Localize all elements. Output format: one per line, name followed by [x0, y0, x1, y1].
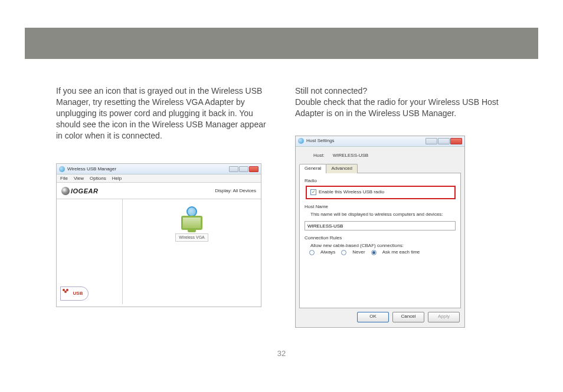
rules-group-title: Connection Rules	[305, 235, 456, 242]
hostname-group: Host Name This name will be displayed to…	[305, 204, 456, 231]
host-settings-screenshot: Host Settings Host: WIRELESS-USB General…	[295, 136, 465, 328]
radio-never[interactable]	[341, 250, 346, 255]
iogear-logo: IOGEAR	[61, 187, 98, 196]
cancel-button[interactable]: Cancel	[392, 312, 424, 322]
menu-view[interactable]: View	[74, 176, 84, 182]
shot1-titlebar: Wireless USB Manager	[57, 164, 261, 174]
host-value: WIRELESS-USB	[333, 153, 368, 159]
header-bar	[25, 28, 538, 59]
radio-ask[interactable]	[371, 250, 377, 255]
iogear-text: IOGEAR	[71, 187, 98, 196]
radio-always-label: Always	[320, 249, 335, 256]
content: If you see an icon that is grayed out in…	[56, 85, 510, 328]
left-paragraph: If you see an icon that is grayed out in…	[56, 85, 271, 141]
rules-group: Connection Rules Allow new cable-based (…	[305, 235, 456, 255]
host-label: Host:	[313, 153, 325, 159]
left-column: If you see an icon that is grayed out in…	[56, 85, 271, 328]
radio-highlight-box: ✓ Enable this Wireless USB radio	[306, 186, 456, 199]
apply-button[interactable]: Apply	[428, 312, 460, 322]
tab-general[interactable]: General	[299, 164, 326, 173]
globe-icon	[61, 187, 70, 195]
app-icon	[59, 166, 65, 172]
brand-row: IOGEAR Display: All Devices	[57, 183, 261, 199]
enable-radio-label: Enable this Wireless USB radio	[319, 189, 384, 196]
app-icon	[298, 138, 304, 144]
radio-ask-label: Ask me each time	[382, 249, 420, 256]
shot1-sidebar: USB	[57, 199, 123, 304]
wireless-usb-manager-screenshot: Wireless USB Manager File View Options H…	[56, 163, 261, 307]
host-row: Host: WIRELESS-USB	[296, 147, 464, 164]
maximize-button[interactable]	[239, 166, 248, 172]
hostname-input[interactable]	[305, 221, 456, 230]
shot2-titlebar: Host Settings	[296, 136, 464, 147]
wireless-usb-logo: USB	[60, 286, 89, 301]
wireless-vga-icon	[179, 206, 205, 232]
device-card[interactable]: Wireless VGA	[175, 206, 208, 241]
rules-row: Always Never Ask me each time	[305, 249, 456, 256]
display-filter[interactable]: Display: All Devices	[215, 188, 256, 195]
hostname-group-title: Host Name	[305, 204, 456, 210]
hostname-help: This name will be displayed to wireless …	[305, 212, 456, 218]
right-column: Still not connected? Double check that t…	[295, 85, 510, 328]
shot1-main: Wireless VGA	[123, 199, 261, 304]
menu-options[interactable]: Options	[90, 176, 106, 182]
shot2-title: Host Settings	[306, 138, 335, 144]
shot1-title: Wireless USB Manager	[67, 166, 116, 173]
shot1-body: USB Wireless VGA	[57, 199, 261, 304]
tabstrip: General Advanced	[296, 164, 464, 173]
radio-group-title: Radio	[305, 178, 456, 185]
button-row: OK Cancel Apply	[296, 308, 464, 327]
close-button[interactable]	[450, 138, 462, 144]
ok-button[interactable]: OK	[357, 312, 389, 322]
menu-help[interactable]: Help	[112, 176, 122, 182]
radio-always[interactable]	[309, 250, 315, 255]
page-number: 32	[0, 349, 563, 358]
right-paragraph: Double check that the radio for your Wir…	[295, 97, 510, 119]
usb-logo-text: USB	[73, 291, 83, 297]
maximize-button[interactable]	[438, 138, 450, 144]
tab-general-body: Radio ✓ Enable this Wireless USB radio H…	[299, 173, 461, 308]
tab-advanced[interactable]: Advanced	[326, 164, 358, 173]
minimize-button[interactable]	[425, 138, 437, 144]
menubar: File View Options Help	[57, 174, 261, 183]
menu-file[interactable]: File	[60, 176, 68, 182]
rules-help: Allow new cable-based (CBAF) connections…	[305, 243, 456, 249]
device-label: Wireless VGA	[175, 233, 208, 241]
window-controls	[425, 138, 462, 144]
window-controls	[229, 166, 258, 172]
radio-group: Radio ✓ Enable this Wireless USB radio	[305, 178, 456, 199]
radio-never-label: Never	[352, 249, 365, 256]
enable-radio-checkbox[interactable]: ✓	[310, 189, 316, 195]
right-heading: Still not connected?	[295, 85, 510, 97]
close-button[interactable]	[249, 166, 258, 172]
minimize-button[interactable]	[229, 166, 238, 172]
